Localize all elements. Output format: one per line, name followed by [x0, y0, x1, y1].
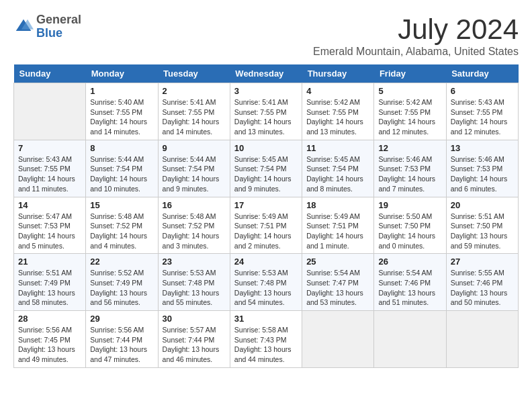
calendar-week-row: 28Sunrise: 5:56 AMSunset: 7:45 PMDayligh… [14, 311, 519, 368]
calendar-week-row: 21Sunrise: 5:51 AMSunset: 7:49 PMDayligh… [14, 254, 519, 311]
day-number: 14 [18, 200, 81, 210]
day-info: Sunrise: 5:54 AMSunset: 7:46 PMDaylight:… [378, 268, 441, 308]
logo-icon [13, 17, 34, 37]
weekday-header-wednesday: Wednesday [230, 64, 302, 83]
calendar-cell: 24Sunrise: 5:53 AMSunset: 7:48 PMDayligh… [230, 254, 302, 311]
day-info: Sunrise: 5:49 AMSunset: 7:51 PMDaylight:… [306, 212, 369, 251]
calendar-cell: 28Sunrise: 5:56 AMSunset: 7:45 PMDayligh… [14, 311, 86, 368]
day-number: 29 [90, 314, 153, 324]
day-info: Sunrise: 5:45 AMSunset: 7:54 PMDaylight:… [234, 154, 298, 194]
calendar-cell: 15Sunrise: 5:48 AMSunset: 7:52 PMDayligh… [86, 197, 158, 254]
calendar-cell: 21Sunrise: 5:51 AMSunset: 7:49 PMDayligh… [14, 254, 86, 311]
calendar-cell: 7Sunrise: 5:43 AMSunset: 7:55 PMDaylight… [14, 140, 86, 197]
day-info: Sunrise: 5:44 AMSunset: 7:54 PMDaylight:… [90, 154, 153, 194]
day-info: Sunrise: 5:57 AMSunset: 7:44 PMDaylight:… [163, 325, 226, 365]
page-header: General Blue July 2024 Emerald Mountain,… [13, 13, 519, 58]
day-number: 20 [451, 200, 514, 210]
day-number: 13 [451, 143, 514, 153]
calendar-cell: 31Sunrise: 5:58 AMSunset: 7:43 PMDayligh… [230, 311, 302, 368]
day-info: Sunrise: 5:43 AMSunset: 7:55 PMDaylight:… [18, 154, 81, 194]
day-number: 18 [306, 200, 369, 210]
weekday-header-tuesday: Tuesday [158, 64, 230, 83]
day-number: 5 [378, 86, 441, 96]
day-number: 15 [90, 200, 153, 210]
calendar-cell: 9Sunrise: 5:44 AMSunset: 7:54 PMDaylight… [158, 140, 230, 197]
day-number: 28 [18, 314, 81, 324]
day-info: Sunrise: 5:51 AMSunset: 7:49 PMDaylight:… [18, 268, 81, 308]
day-number: 6 [451, 86, 514, 96]
calendar-cell: 3Sunrise: 5:41 AMSunset: 7:55 PMDaylight… [230, 83, 302, 140]
calendar-cell: 18Sunrise: 5:49 AMSunset: 7:51 PMDayligh… [302, 197, 374, 254]
calendar-cell: 13Sunrise: 5:46 AMSunset: 7:53 PMDayligh… [446, 140, 518, 197]
weekday-header-friday: Friday [374, 64, 446, 83]
day-number: 3 [234, 86, 298, 96]
day-number: 8 [90, 143, 153, 153]
calendar-cell: 10Sunrise: 5:45 AMSunset: 7:54 PMDayligh… [230, 140, 302, 197]
day-info: Sunrise: 5:55 AMSunset: 7:46 PMDaylight:… [451, 268, 514, 308]
calendar-cell: 26Sunrise: 5:54 AMSunset: 7:46 PMDayligh… [374, 254, 446, 311]
calendar-cell: 16Sunrise: 5:48 AMSunset: 7:52 PMDayligh… [158, 197, 230, 254]
day-info: Sunrise: 5:46 AMSunset: 7:53 PMDaylight:… [378, 154, 441, 194]
weekday-header-monday: Monday [86, 64, 158, 83]
day-info: Sunrise: 5:48 AMSunset: 7:52 PMDaylight:… [90, 212, 153, 251]
day-info: Sunrise: 5:54 AMSunset: 7:47 PMDaylight:… [306, 268, 369, 308]
calendar-week-row: 1Sunrise: 5:40 AMSunset: 7:55 PMDaylight… [14, 83, 519, 140]
calendar-cell: 1Sunrise: 5:40 AMSunset: 7:55 PMDaylight… [86, 83, 158, 140]
calendar-cell: 27Sunrise: 5:55 AMSunset: 7:46 PMDayligh… [446, 254, 518, 311]
calendar-cell: 12Sunrise: 5:46 AMSunset: 7:53 PMDayligh… [374, 140, 446, 197]
calendar-cell: 22Sunrise: 5:52 AMSunset: 7:49 PMDayligh… [86, 254, 158, 311]
calendar-cell [374, 311, 446, 368]
day-info: Sunrise: 5:51 AMSunset: 7:50 PMDaylight:… [451, 212, 514, 251]
calendar-week-row: 14Sunrise: 5:47 AMSunset: 7:53 PMDayligh… [14, 197, 519, 254]
calendar-cell: 11Sunrise: 5:45 AMSunset: 7:54 PMDayligh… [302, 140, 374, 197]
day-number: 25 [306, 257, 369, 267]
day-info: Sunrise: 5:53 AMSunset: 7:48 PMDaylight:… [234, 268, 298, 308]
calendar-cell [302, 311, 374, 368]
day-info: Sunrise: 5:44 AMSunset: 7:54 PMDaylight:… [163, 154, 226, 194]
day-number: 11 [306, 143, 369, 153]
day-number: 17 [234, 200, 298, 210]
calendar-cell: 8Sunrise: 5:44 AMSunset: 7:54 PMDaylight… [86, 140, 158, 197]
day-number: 12 [378, 143, 441, 153]
month-title: July 2024 [313, 13, 519, 46]
day-info: Sunrise: 5:43 AMSunset: 7:55 PMDaylight:… [451, 97, 514, 137]
day-info: Sunrise: 5:58 AMSunset: 7:43 PMDaylight:… [234, 325, 298, 365]
calendar-cell: 14Sunrise: 5:47 AMSunset: 7:53 PMDayligh… [14, 197, 86, 254]
weekday-header-sunday: Sunday [14, 64, 86, 83]
calendar-cell [446, 311, 518, 368]
day-info: Sunrise: 5:56 AMSunset: 7:44 PMDaylight:… [90, 325, 153, 365]
day-info: Sunrise: 5:50 AMSunset: 7:50 PMDaylight:… [378, 212, 441, 251]
day-number: 24 [234, 257, 298, 267]
day-info: Sunrise: 5:47 AMSunset: 7:53 PMDaylight:… [18, 212, 81, 251]
day-number: 30 [163, 314, 226, 324]
day-info: Sunrise: 5:53 AMSunset: 7:48 PMDaylight:… [163, 268, 226, 308]
day-info: Sunrise: 5:42 AMSunset: 7:55 PMDaylight:… [378, 97, 441, 137]
logo-blue-text: Blue [36, 26, 62, 40]
day-number: 27 [451, 257, 514, 267]
calendar-cell: 20Sunrise: 5:51 AMSunset: 7:50 PMDayligh… [446, 197, 518, 254]
day-info: Sunrise: 5:42 AMSunset: 7:55 PMDaylight:… [306, 97, 369, 137]
calendar-cell: 30Sunrise: 5:57 AMSunset: 7:44 PMDayligh… [158, 311, 230, 368]
weekday-header-saturday: Saturday [446, 64, 518, 83]
day-info: Sunrise: 5:49 AMSunset: 7:51 PMDaylight:… [234, 212, 298, 251]
day-number: 23 [163, 257, 226, 267]
calendar-table: SundayMondayTuesdayWednesdayThursdayFrid… [13, 64, 519, 368]
logo-general-text: General [36, 13, 81, 26]
day-number: 2 [163, 86, 226, 96]
weekday-header-row: SundayMondayTuesdayWednesdayThursdayFrid… [14, 64, 519, 83]
calendar-cell: 17Sunrise: 5:49 AMSunset: 7:51 PMDayligh… [230, 197, 302, 254]
calendar-cell [14, 83, 86, 140]
day-number: 7 [18, 143, 81, 153]
calendar-cell: 2Sunrise: 5:41 AMSunset: 7:55 PMDaylight… [158, 83, 230, 140]
day-info: Sunrise: 5:48 AMSunset: 7:52 PMDaylight:… [163, 212, 226, 251]
calendar-cell: 25Sunrise: 5:54 AMSunset: 7:47 PMDayligh… [302, 254, 374, 311]
day-number: 10 [234, 143, 298, 153]
day-number: 9 [163, 143, 226, 153]
calendar-cell: 5Sunrise: 5:42 AMSunset: 7:55 PMDaylight… [374, 83, 446, 140]
day-number: 26 [378, 257, 441, 267]
calendar-cell: 6Sunrise: 5:43 AMSunset: 7:55 PMDaylight… [446, 83, 518, 140]
day-number: 1 [90, 86, 153, 96]
calendar-cell: 23Sunrise: 5:53 AMSunset: 7:48 PMDayligh… [158, 254, 230, 311]
logo: General Blue [13, 13, 81, 40]
day-info: Sunrise: 5:56 AMSunset: 7:45 PMDaylight:… [18, 325, 81, 365]
